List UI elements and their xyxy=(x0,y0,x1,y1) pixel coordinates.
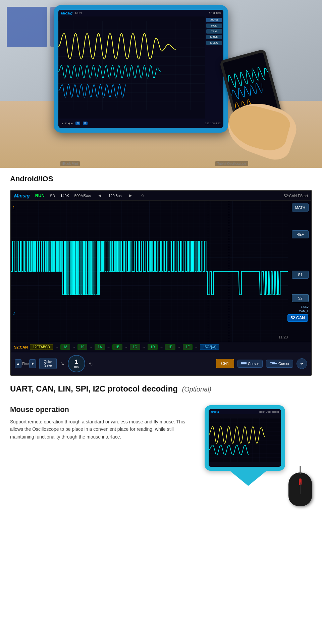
quick-save-label2: Save xyxy=(44,364,52,367)
decode-cell-3: 1A xyxy=(95,344,105,350)
osc-right-buttons[interactable]: MATH REF S1 S2 1.56VCAN_L500.k xyxy=(292,203,309,318)
tablet-run: RUN xyxy=(75,11,82,15)
decode-cell-9: 15C2[-A] xyxy=(200,344,219,350)
android-ios-label: Android/iOS xyxy=(0,168,322,190)
mouse-title: Mouse operation xyxy=(10,405,195,414)
tablet-waveform-svg xyxy=(58,16,205,114)
tablet-label: Tablet Oscilloscope xyxy=(215,161,248,166)
stand-tablet-label: Tablet Oscilloscope xyxy=(259,411,279,413)
time-div-display[interactable]: 1 ms xyxy=(68,355,85,372)
osc-waveform-display: 1 2 MATH REF S1 S2 xyxy=(11,201,311,342)
osc-waveform-svg: 1 2 xyxy=(11,201,288,342)
fine-up-btn[interactable]: ▲ xyxy=(15,359,21,368)
mouse-divider xyxy=(300,482,301,494)
wave-left-icon: ∿ xyxy=(60,361,64,367)
mouse-image-area: Micsig Tablet Oscilloscope xyxy=(205,405,312,506)
expand-btn[interactable] xyxy=(297,358,307,369)
mouse-text-area: Mouse operation Support remote operation… xyxy=(10,405,195,441)
osc-run-status: RUN xyxy=(35,193,45,198)
mouse-device xyxy=(288,472,312,506)
decode-cell-1: 18 xyxy=(60,344,70,350)
osc-storage: SD xyxy=(50,194,55,198)
decode-cell-7: 1E xyxy=(165,344,175,350)
hand-photo-area xyxy=(201,60,295,154)
mouse-section: Mouse operation Support remote operation… xyxy=(0,399,322,513)
osc-sample-rate: 500MSa/s xyxy=(74,194,91,198)
top-photo-section: Micsig RUN / 0.3.100 xyxy=(0,0,322,168)
fine-down-btn[interactable]: ▼ xyxy=(29,359,36,368)
svg-text:2: 2 xyxy=(12,311,15,316)
osc-timestamp: 11:23 xyxy=(278,335,288,339)
fine-controls[interactable]: ▲ Fine ▼ xyxy=(15,359,36,368)
protocol-optional: (Optional) xyxy=(182,385,211,393)
svg-rect-9 xyxy=(209,418,281,462)
oscope-screen: Micsig RUN SD 140K 500MSa/s ◀ 120.8us ▶ … xyxy=(10,190,312,376)
cursor1-btn[interactable]: Cursor xyxy=(237,360,263,368)
decode-cell-2: 19 xyxy=(77,344,87,350)
osc-time-div: 120.8us xyxy=(108,194,121,198)
cursor2-icon xyxy=(270,362,277,365)
quick-save-label: Quick xyxy=(44,360,52,364)
s2-btn[interactable]: S2 xyxy=(292,294,309,302)
ref-btn[interactable]: REF xyxy=(292,230,309,238)
quick-save-btn[interactable]: Quick Save xyxy=(39,358,57,369)
osc-sample: 140K xyxy=(60,194,69,198)
cursor2-btn[interactable]: Cursor xyxy=(266,360,293,368)
decode-bar: S2:CAN 12EFABCD → 18 → 19 → 1A → 1B → 1C… xyxy=(11,342,311,352)
cursor1-label: Cursor xyxy=(248,362,259,366)
ms-value: 1 xyxy=(75,359,78,365)
tablet-info: / 0.3.100 xyxy=(209,11,221,15)
math-btn[interactable]: MATH xyxy=(292,203,309,212)
cursor1-icon xyxy=(241,362,247,365)
protocol-title-section: UART, CAN, LIN, SPI, I2C protocol decodi… xyxy=(0,379,322,399)
osc-trigger-info: S2:CAN FStart xyxy=(283,194,308,198)
ms-unit: ms xyxy=(74,365,78,369)
osc-brand: Micsig xyxy=(14,193,30,198)
can-count-badge: 52 CAN xyxy=(287,314,308,322)
oscilloscope-section: Micsig RUN SD 140K 500MSa/s ◀ 120.8us ▶ … xyxy=(0,190,322,376)
oscope-top-bar: Micsig RUN SD 140K 500MSa/s ◀ 120.8us ▶ … xyxy=(11,191,311,201)
tablet-brand: Micsig xyxy=(61,11,72,15)
svg-text:1: 1 xyxy=(12,205,15,210)
decode-cell-4: 1B xyxy=(112,344,122,350)
ch1-btn[interactable]: CH1 xyxy=(216,359,234,368)
mouse-description: Support remote operation through a stand… xyxy=(10,418,195,441)
decode-cell-0: 12EFABCD xyxy=(30,344,53,350)
ibook-label: iBook Mini xyxy=(60,161,80,166)
protocol-title: UART, CAN, LIN, SPI, I2C protocol decodi… xyxy=(10,384,178,393)
decode-cell-8: 1F xyxy=(183,344,193,350)
decode-cell-5: 1C xyxy=(130,344,140,350)
cursor2-label: Cursor xyxy=(278,362,289,366)
s1-btn[interactable]: S1 xyxy=(292,271,309,279)
chevron-down-icon xyxy=(299,361,305,366)
stand-tablet-waveform xyxy=(209,414,281,466)
stand-tablet-brand: Micsig xyxy=(211,410,219,413)
wave-right-icon: ∿ xyxy=(89,361,93,367)
decode-cell-6: 1D xyxy=(148,344,158,350)
decode-label: S2:CAN xyxy=(14,345,28,349)
oscope-toolbar: ▲ Fine ▼ Quick Save ∿ 1 ms ∿ CH1 xyxy=(11,352,311,375)
fine-label: Fine xyxy=(22,362,29,366)
tablet-stand-device: Micsig Tablet Oscilloscope xyxy=(205,405,292,486)
